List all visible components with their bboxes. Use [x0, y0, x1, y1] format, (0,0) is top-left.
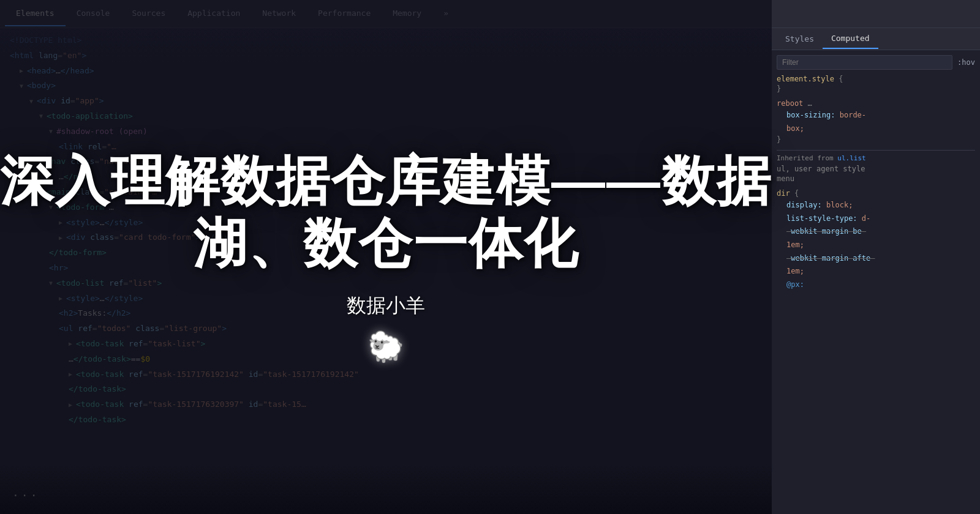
style-property: display: block;: [777, 199, 975, 212]
styles-tabbar: Styles Computed: [772, 28, 980, 50]
prop-value: d-: [862, 214, 870, 223]
close-brace: }: [777, 84, 975, 93]
style-selector: menu: [777, 174, 975, 183]
prop-value: @px:: [786, 280, 804, 289]
close-brace: }: [777, 135, 975, 144]
filter-hov-label: :hov: [957, 58, 975, 67]
prop-name: display:: [786, 201, 826, 209]
prop-value: box;: [786, 124, 804, 133]
prop-value: block;: [826, 201, 853, 209]
selector-text: …: [808, 99, 812, 108]
selector-text: reboot: [777, 99, 803, 108]
title-line1: 深入理解数据仓库建模——数据: [0, 150, 772, 212]
author-name: 数据小羊: [347, 292, 425, 319]
filter-input[interactable]: [777, 55, 952, 70]
selector-text: element.style: [777, 75, 839, 83]
inherited-text: Inherited from: [777, 154, 837, 162]
content-overlay: 深入理解数据仓库建模——数据 湖、数仓一体化 数据小羊 🐑: [0, 0, 772, 514]
style-selector: ul, user agent style: [777, 165, 975, 173]
style-rule-reboot: reboot … box-sizing: borde- box; }: [777, 99, 975, 144]
dots-indicator: ···: [12, 489, 40, 502]
prop-value: 1em;: [786, 240, 804, 249]
author-icon: 🐑: [368, 329, 404, 364]
open-brace: {: [839, 75, 843, 83]
prop-value: borde-: [840, 111, 866, 119]
main-title: 深入理解数据仓库建模——数据 湖、数仓一体化: [0, 150, 772, 274]
inherited-link[interactable]: ul.list: [837, 154, 865, 162]
style-property-strikethrough: -webkit-margin-be-: [777, 225, 975, 239]
prop-name: list-style-type:: [786, 214, 862, 223]
selector-text: menu: [777, 174, 794, 183]
style-property: @px:: [777, 278, 975, 292]
style-selector: dir {: [777, 189, 975, 198]
style-property-strikethrough: -webkit-margin-afte-: [777, 252, 975, 266]
style-rule-user-agent: ul, user agent style menu: [777, 165, 975, 183]
selector-text: dir: [777, 189, 794, 198]
style-rule-dir: dir { display: block; list-style-type: d…: [777, 189, 975, 291]
title-line2: 湖、数仓一体化: [0, 212, 772, 274]
tab-computed[interactable]: Computed: [823, 29, 878, 49]
prop-name: -webkit-margin-afte-: [786, 254, 875, 263]
selector-text: ul, user agent style: [777, 165, 865, 173]
tab-styles[interactable]: Styles: [777, 29, 823, 48]
style-property: box-sizing: borde-: [777, 109, 975, 122]
style-property: list-style-type: d-: [777, 212, 975, 226]
style-selector: reboot …: [777, 99, 975, 108]
prop-name: -webkit-margin-be-: [786, 227, 866, 236]
filter-bar: :hov: [777, 55, 975, 70]
style-property: box;: [777, 122, 975, 136]
style-property: 1em;: [777, 265, 975, 278]
style-rule-element: element.style { }: [777, 75, 975, 93]
styles-panel: :hov element.style { } reboot … box-sizi…: [772, 50, 980, 514]
inherited-label: Inherited from ul.list: [777, 150, 975, 162]
prop-value: 1em;: [786, 267, 804, 275]
open-brace: {: [794, 189, 799, 198]
prop-name: box-sizing:: [786, 111, 840, 119]
style-selector: element.style {: [777, 75, 975, 83]
style-property: 1em;: [777, 239, 975, 252]
